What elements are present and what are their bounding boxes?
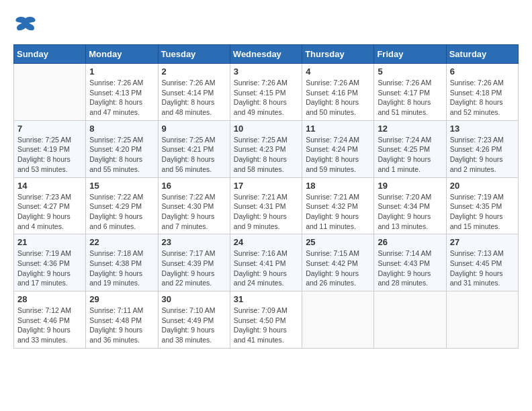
calendar-cell: 19Sunrise: 7:20 AM Sunset: 4:34 PM Dayli… (374, 177, 446, 234)
day-info: Sunrise: 7:22 AM Sunset: 4:30 PM Dayligh… (162, 192, 226, 232)
calendar-cell: 26Sunrise: 7:14 AM Sunset: 4:43 PM Dayli… (374, 234, 446, 291)
calendar-cell: 30Sunrise: 7:10 AM Sunset: 4:49 PM Dayli… (158, 291, 230, 349)
day-number: 10 (234, 124, 298, 134)
calendar-cell: 18Sunrise: 7:21 AM Sunset: 4:32 PM Dayli… (302, 177, 374, 234)
calendar-cell: 3Sunrise: 7:26 AM Sunset: 4:15 PM Daylig… (230, 64, 302, 121)
day-number: 21 (17, 237, 82, 247)
day-number: 28 (17, 294, 82, 304)
calendar-week-row: 28Sunrise: 7:12 AM Sunset: 4:46 PM Dayli… (14, 291, 519, 349)
day-info: Sunrise: 7:25 AM Sunset: 4:21 PM Dayligh… (162, 135, 226, 175)
day-number: 7 (17, 124, 82, 134)
calendar-cell: 21Sunrise: 7:19 AM Sunset: 4:36 PM Dayli… (14, 234, 86, 291)
calendar-cell (446, 291, 518, 349)
day-info: Sunrise: 7:23 AM Sunset: 4:27 PM Dayligh… (17, 192, 82, 232)
header-cell-saturday: Saturday (446, 45, 518, 64)
calendar-cell: 25Sunrise: 7:15 AM Sunset: 4:42 PM Dayli… (302, 234, 374, 291)
calendar-cell (374, 291, 446, 349)
calendar-cell: 16Sunrise: 7:22 AM Sunset: 4:30 PM Dayli… (158, 177, 230, 234)
calendar-cell: 15Sunrise: 7:22 AM Sunset: 4:29 PM Dayli… (86, 177, 158, 234)
logo-icon (13, 13, 38, 38)
calendar-cell: 23Sunrise: 7:17 AM Sunset: 4:39 PM Dayli… (158, 234, 230, 291)
day-number: 8 (89, 124, 154, 134)
day-info: Sunrise: 7:09 AM Sunset: 4:50 PM Dayligh… (234, 306, 298, 345)
day-number: 25 (306, 237, 370, 247)
day-info: Sunrise: 7:15 AM Sunset: 4:42 PM Dayligh… (306, 248, 370, 288)
day-number: 23 (162, 237, 226, 247)
day-info: Sunrise: 7:26 AM Sunset: 4:13 PM Dayligh… (89, 78, 154, 118)
calendar-week-row: 21Sunrise: 7:19 AM Sunset: 4:36 PM Dayli… (14, 234, 519, 291)
day-info: Sunrise: 7:26 AM Sunset: 4:18 PM Dayligh… (450, 78, 515, 118)
day-number: 5 (378, 66, 442, 77)
day-info: Sunrise: 7:19 AM Sunset: 4:36 PM Dayligh… (17, 248, 82, 288)
header-cell-sunday: Sunday (14, 45, 86, 64)
calendar-cell: 5Sunrise: 7:26 AM Sunset: 4:17 PM Daylig… (374, 64, 446, 121)
day-info: Sunrise: 7:25 AM Sunset: 4:19 PM Dayligh… (17, 135, 82, 175)
calendar-cell (302, 291, 374, 349)
calendar-cell: 4Sunrise: 7:26 AM Sunset: 4:16 PM Daylig… (302, 64, 374, 121)
day-number: 20 (450, 181, 515, 191)
day-info: Sunrise: 7:26 AM Sunset: 4:16 PM Dayligh… (306, 78, 370, 118)
calendar-cell: 1Sunrise: 7:26 AM Sunset: 4:13 PM Daylig… (86, 64, 158, 121)
logo (13, 13, 40, 38)
day-info: Sunrise: 7:23 AM Sunset: 4:26 PM Dayligh… (450, 135, 515, 175)
calendar-cell: 11Sunrise: 7:24 AM Sunset: 4:24 PM Dayli… (302, 120, 374, 177)
day-number: 13 (450, 124, 515, 134)
calendar-cell: 24Sunrise: 7:16 AM Sunset: 4:41 PM Dayli… (230, 234, 302, 291)
calendar-cell: 2Sunrise: 7:26 AM Sunset: 4:14 PM Daylig… (158, 64, 230, 121)
day-number: 27 (450, 237, 515, 247)
calendar-cell: 17Sunrise: 7:21 AM Sunset: 4:31 PM Dayli… (230, 177, 302, 234)
calendar-cell (14, 64, 86, 121)
calendar-cell: 28Sunrise: 7:12 AM Sunset: 4:46 PM Dayli… (14, 291, 86, 349)
day-number: 4 (306, 66, 370, 77)
calendar-cell: 12Sunrise: 7:24 AM Sunset: 4:25 PM Dayli… (374, 120, 446, 177)
calendar-cell: 10Sunrise: 7:25 AM Sunset: 4:23 PM Dayli… (230, 120, 302, 177)
calendar-cell: 31Sunrise: 7:09 AM Sunset: 4:50 PM Dayli… (230, 291, 302, 349)
day-number: 15 (89, 181, 154, 191)
day-info: Sunrise: 7:21 AM Sunset: 4:31 PM Dayligh… (234, 192, 298, 232)
day-number: 31 (234, 294, 298, 304)
day-number: 9 (162, 124, 226, 134)
day-number: 16 (162, 181, 226, 191)
day-number: 18 (306, 181, 370, 191)
header-cell-wednesday: Wednesday (230, 45, 302, 64)
page-header (13, 13, 519, 38)
day-info: Sunrise: 7:26 AM Sunset: 4:17 PM Dayligh… (378, 78, 442, 118)
day-info: Sunrise: 7:24 AM Sunset: 4:24 PM Dayligh… (306, 135, 370, 175)
calendar-week-row: 1Sunrise: 7:26 AM Sunset: 4:13 PM Daylig… (14, 64, 519, 121)
calendar-cell: 7Sunrise: 7:25 AM Sunset: 4:19 PM Daylig… (14, 120, 86, 177)
day-number: 12 (378, 124, 442, 134)
day-info: Sunrise: 7:19 AM Sunset: 4:35 PM Dayligh… (450, 192, 515, 232)
calendar-table: SundayMondayTuesdayWednesdayThursdayFrid… (13, 44, 519, 349)
calendar-week-row: 14Sunrise: 7:23 AM Sunset: 4:27 PM Dayli… (14, 177, 519, 234)
day-info: Sunrise: 7:12 AM Sunset: 4:46 PM Dayligh… (17, 306, 82, 345)
calendar-cell: 14Sunrise: 7:23 AM Sunset: 4:27 PM Dayli… (14, 177, 86, 234)
day-info: Sunrise: 7:18 AM Sunset: 4:38 PM Dayligh… (89, 248, 154, 288)
calendar-cell: 8Sunrise: 7:25 AM Sunset: 4:20 PM Daylig… (86, 120, 158, 177)
day-info: Sunrise: 7:20 AM Sunset: 4:34 PM Dayligh… (378, 192, 442, 232)
day-number: 24 (234, 237, 298, 247)
day-info: Sunrise: 7:10 AM Sunset: 4:49 PM Dayligh… (162, 306, 226, 345)
calendar-cell: 6Sunrise: 7:26 AM Sunset: 4:18 PM Daylig… (446, 64, 518, 121)
day-info: Sunrise: 7:16 AM Sunset: 4:41 PM Dayligh… (234, 248, 298, 288)
day-info: Sunrise: 7:14 AM Sunset: 4:43 PM Dayligh… (378, 248, 442, 288)
header-cell-monday: Monday (86, 45, 158, 64)
day-number: 29 (89, 294, 154, 304)
calendar-week-row: 7Sunrise: 7:25 AM Sunset: 4:19 PM Daylig… (14, 120, 519, 177)
header-cell-friday: Friday (374, 45, 446, 64)
day-number: 22 (89, 237, 154, 247)
calendar-cell: 9Sunrise: 7:25 AM Sunset: 4:21 PM Daylig… (158, 120, 230, 177)
day-info: Sunrise: 7:22 AM Sunset: 4:29 PM Dayligh… (89, 192, 154, 232)
day-info: Sunrise: 7:24 AM Sunset: 4:25 PM Dayligh… (378, 135, 442, 175)
header-cell-tuesday: Tuesday (158, 45, 230, 64)
day-info: Sunrise: 7:25 AM Sunset: 4:20 PM Dayligh… (89, 135, 154, 175)
day-info: Sunrise: 7:17 AM Sunset: 4:39 PM Dayligh… (162, 248, 226, 288)
day-number: 6 (450, 66, 515, 77)
calendar-cell: 13Sunrise: 7:23 AM Sunset: 4:26 PM Dayli… (446, 120, 518, 177)
header-cell-thursday: Thursday (302, 45, 374, 64)
day-number: 17 (234, 181, 298, 191)
calendar-cell: 27Sunrise: 7:13 AM Sunset: 4:45 PM Dayli… (446, 234, 518, 291)
day-info: Sunrise: 7:11 AM Sunset: 4:48 PM Dayligh… (89, 306, 154, 345)
day-number: 19 (378, 181, 442, 191)
day-number: 30 (162, 294, 226, 304)
calendar-cell: 20Sunrise: 7:19 AM Sunset: 4:35 PM Dayli… (446, 177, 518, 234)
